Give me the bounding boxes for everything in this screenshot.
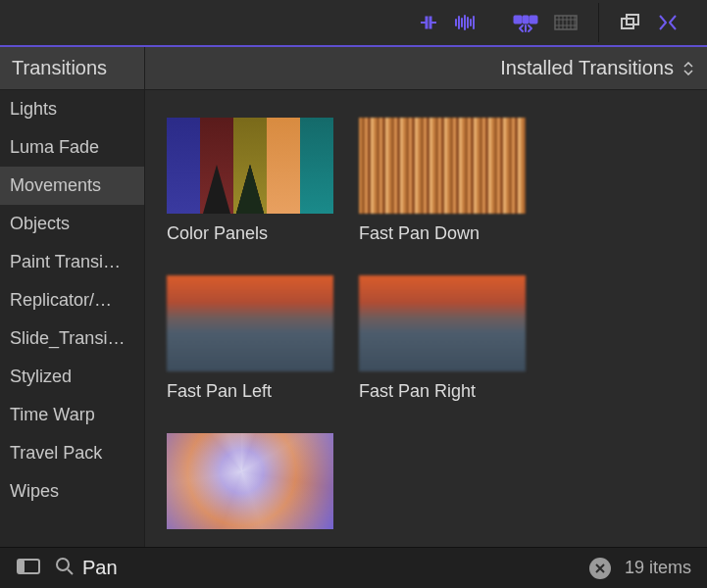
svg-rect-0 [426,17,428,28]
windows-icon[interactable] [619,13,642,32]
panel-title-label: Transitions [12,57,107,79]
transition-label: Color Panels [167,223,333,244]
transition-thumbnail[interactable] [167,275,333,371]
sidebar-item[interactable]: Paint Transi… [0,243,144,281]
svg-point-10 [57,559,69,570]
sidebar-item[interactable]: Objects [0,205,144,243]
transition-item[interactable]: Fast Pan Right [359,275,526,402]
svg-rect-3 [530,16,537,24]
top-toolbar [0,0,707,47]
svg-rect-9 [18,560,25,573]
transition-label: Fast Pan Down [359,223,526,244]
sidebar-item[interactable]: Lights [0,90,144,128]
audio-waveform-icon[interactable] [453,13,479,32]
capture-icon[interactable] [656,12,680,33]
trim-icon[interactable] [418,13,439,32]
transition-thumbnail[interactable] [359,118,526,214]
svg-rect-2 [514,16,522,24]
result-count: 19 items [625,558,691,578]
transition-thumbnail[interactable] [167,433,333,529]
panel-title: Transitions [0,47,145,89]
transition-thumbnail[interactable] [167,118,333,214]
filter-dropdown[interactable]: Installed Transitions [145,47,707,89]
filmstrip-icon[interactable] [553,13,579,32]
sidebar-item[interactable]: Wipes [0,472,144,511]
filter-label: Installed Transitions [500,57,674,79]
search-input[interactable] [82,557,581,579]
sidebar-item[interactable]: Time Warp [0,396,144,434]
category-sidebar: LightsLuma FadeMovementsObjectsPaint Tra… [0,90,145,547]
sidebar-item[interactable]: Slide_Transi… [0,319,144,358]
transition-item[interactable]: Fast Pan Left [167,275,333,402]
svg-rect-5 [555,16,577,29]
sidebar-item[interactable]: Replicator/… [0,281,144,319]
transition-label: Fast Pan Left [167,381,333,402]
transitions-browser-icon[interactable] [512,12,539,33]
layout-toggle-icon[interactable] [16,557,41,580]
transition-item[interactable] [167,433,333,539]
clear-search-button[interactable] [589,558,611,579]
toolbar-divider [598,3,599,42]
search-bar: 19 items [0,547,707,588]
svg-rect-4 [523,16,529,24]
sidebar-item[interactable]: Stylized [0,358,144,396]
sidebar-item[interactable]: Luma Fade [0,128,144,167]
svg-rect-1 [429,17,431,28]
transition-item[interactable]: Color Panels [167,118,333,244]
transition-thumbnail[interactable] [359,275,526,371]
transitions-grid: Color PanelsFast Pan DownFast Pan LeftFa… [145,90,707,547]
sidebar-item[interactable]: Travel Pack [0,434,144,472]
transition-label: Fast Pan Right [359,381,526,402]
chevron-updown-icon [683,62,693,75]
sidebar-item[interactable]: Movements [0,167,144,205]
transition-item[interactable]: Fast Pan Down [359,118,526,244]
search-icon [55,557,75,580]
